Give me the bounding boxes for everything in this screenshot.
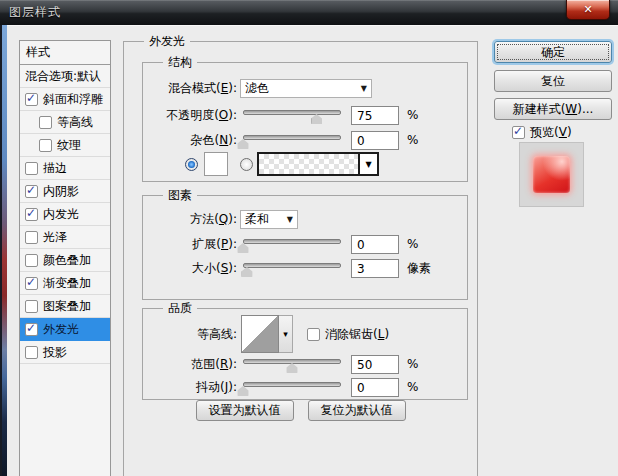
sidebar-item[interactable]: 斜面和浮雕 [20, 88, 110, 111]
antialias-checkbox[interactable] [307, 328, 320, 341]
preview-label: 预览(V) [530, 124, 572, 141]
noise-input[interactable]: 0 [351, 131, 399, 150]
reset-default-button[interactable]: 复位为默认值 [308, 400, 406, 421]
sidebar-item[interactable]: 投影 [20, 341, 110, 364]
opacity-unit: % [407, 108, 418, 122]
window-titlebar: 图层样式 ✕ [0, 0, 618, 25]
technique-value: 柔和 [245, 211, 283, 228]
sidebar-item-label: 颜色叠加 [43, 252, 91, 269]
glow-color-swatch[interactable] [204, 152, 228, 176]
style-enabled-checkbox[interactable] [39, 139, 52, 152]
opacity-row: 不透明度(O): 75 % [149, 104, 463, 126]
contour-row: 等高线: ▾ 消除锯齿(L) [149, 315, 463, 353]
sidebar-item-label: 描边 [43, 160, 67, 177]
opacity-slider-track [243, 110, 341, 115]
sidebar-item-label: 外发光 [43, 321, 79, 338]
spread-slider[interactable] [243, 235, 341, 253]
sidebar-item-label: 内发光 [43, 206, 79, 223]
make-default-button[interactable]: 设置为默认值 [196, 400, 294, 421]
opacity-slider[interactable] [243, 106, 341, 124]
range-slider-thumb[interactable] [287, 363, 298, 373]
preview-thumbnail [519, 142, 584, 207]
style-enabled-checkbox[interactable] [25, 300, 38, 313]
sidebar-item[interactable]: 颜色叠加 [20, 249, 110, 272]
styles-list: 样式 混合选项:默认 斜面和浮雕 等高线 纹理 描边 内阴影 内发光 光泽 颜色… [19, 40, 111, 476]
noise-label: 杂色(N): [149, 132, 237, 149]
chevron-down-icon: ▼ [283, 215, 293, 224]
size-label: 大小(S): [149, 260, 237, 277]
sidebar-item-label: 图案叠加 [43, 298, 91, 315]
panel-title: 外发光 [144, 33, 190, 49]
close-button[interactable]: ✕ [566, 0, 610, 20]
noise-slider-thumb[interactable] [238, 139, 249, 149]
style-enabled-checkbox[interactable] [25, 185, 38, 198]
preview-checkbox[interactable] [512, 126, 525, 139]
sidebar-item[interactable]: 渐变叠加 [20, 272, 110, 295]
contour-dropdown-icon[interactable]: ▾ [279, 315, 293, 353]
size-slider-thumb[interactable] [241, 267, 252, 277]
gradient-dropdown-icon[interactable]: ▼ [358, 154, 377, 174]
style-enabled-checkbox[interactable] [25, 162, 38, 175]
style-enabled-checkbox[interactable] [25, 277, 38, 290]
structure-group-title: 结构 [163, 54, 197, 70]
structure-group: 结构 混合模式(E): 滤色 ▼ 不透明度(O): 75 % 杂色(N): [142, 62, 468, 182]
reset-button[interactable]: 复位 [494, 70, 612, 92]
sidebar-item[interactable]: 描边 [20, 157, 110, 180]
sidebar-item[interactable]: 等高线 [20, 111, 110, 134]
style-enabled-checkbox[interactable] [25, 93, 38, 106]
noise-row: 杂色(N): 0 % [149, 129, 463, 151]
styles-list-header: 样式 [20, 41, 110, 65]
style-enabled-checkbox[interactable] [25, 323, 38, 336]
opacity-input[interactable]: 75 [351, 106, 399, 125]
size-input[interactable]: 3 [351, 259, 399, 278]
style-enabled-checkbox[interactable] [39, 116, 52, 129]
gradient-radio[interactable] [240, 158, 253, 171]
sidebar-item[interactable]: 内阴影 [20, 180, 110, 203]
blend-mode-label: 混合模式(E): [149, 80, 237, 97]
gradient-picker[interactable]: ▼ [257, 152, 379, 176]
sidebar-item[interactable]: 纹理 [20, 134, 110, 157]
range-unit: % [407, 357, 418, 371]
sidebar-item[interactable]: 光泽 [20, 226, 110, 249]
blend-mode-value: 滤色 [245, 80, 357, 97]
antialias-checkbox-row[interactable]: 消除锯齿(L) [307, 326, 389, 343]
style-enabled-checkbox[interactable] [25, 254, 38, 267]
jitter-input[interactable]: 0 [351, 378, 399, 397]
styles-list-items: 混合选项:默认 斜面和浮雕 等高线 纹理 描边 内阴影 内发光 光泽 颜色叠加 … [20, 65, 110, 364]
style-enabled-checkbox[interactable] [25, 231, 38, 244]
sidebar-item[interactable]: 内发光 [20, 203, 110, 226]
technique-select[interactable]: 柔和 ▼ [240, 210, 298, 229]
style-enabled-checkbox[interactable] [25, 208, 38, 221]
jitter-slider[interactable] [243, 378, 341, 396]
contour-picker[interactable] [241, 315, 279, 353]
antialias-label: 消除锯齿(L) [325, 326, 389, 343]
spread-slider-thumb[interactable] [238, 243, 249, 253]
elements-group-title: 图素 [163, 187, 197, 203]
sidebar-item-label: 内阴影 [43, 183, 79, 200]
jitter-row: 抖动(J): 0 % [149, 376, 463, 398]
sidebar-item-label: 纹理 [57, 137, 81, 154]
new-style-button[interactable]: 新建样式(W)... [494, 98, 612, 120]
color-radio[interactable] [185, 158, 198, 171]
opacity-slider-thumb[interactable] [311, 114, 322, 124]
blend-mode-select[interactable]: 滤色 ▼ [240, 79, 372, 98]
jitter-slider-thumb[interactable] [238, 386, 249, 396]
size-slider[interactable] [243, 259, 341, 277]
ok-button[interactable]: 确定 [494, 41, 612, 63]
default-buttons-row: 设置为默认值 复位为默认值 [124, 400, 477, 421]
spread-input[interactable]: 0 [351, 235, 399, 254]
range-input[interactable]: 50 [351, 355, 399, 374]
preview-toggle[interactable]: 预览(V) [512, 124, 572, 141]
sidebar-item[interactable]: 图案叠加 [20, 295, 110, 318]
sidebar-item[interactable]: 混合选项:默认 [20, 65, 110, 88]
style-enabled-checkbox[interactable] [25, 346, 38, 359]
layer-style-dialog: 样式 混合选项:默认 斜面和浮雕 等高线 纹理 描边 内阴影 内发光 光泽 颜色… [7, 25, 618, 476]
noise-unit: % [407, 133, 418, 147]
jitter-label: 抖动(J): [149, 379, 237, 396]
size-slider-track [243, 263, 341, 268]
sidebar-item-label: 投影 [43, 344, 67, 361]
noise-slider[interactable] [243, 131, 341, 149]
range-slider[interactable] [243, 355, 341, 373]
quality-group-title: 品质 [163, 300, 197, 316]
sidebar-item[interactable]: 外发光 [20, 318, 110, 341]
